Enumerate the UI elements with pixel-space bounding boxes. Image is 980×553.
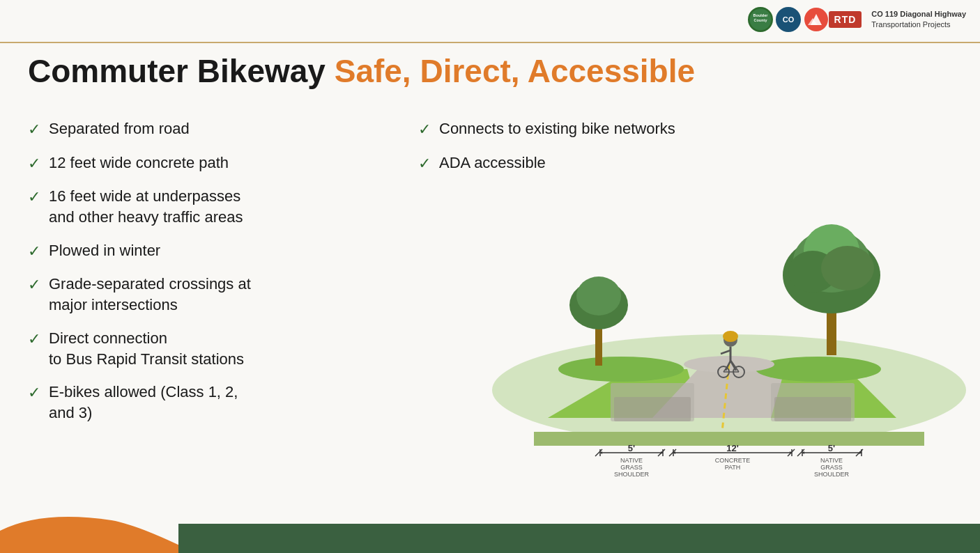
svg-point-15 [756,357,881,382]
page-title: Commuter Bikeway Safe, Direct, Accessibl… [28,52,695,91]
svg-text:5': 5' [828,443,835,453]
right-checkmark-2: ✓ [418,153,431,174]
bullet-5: ✓ Grade-separated crossings atmajor inte… [28,274,390,315]
footer-green-bar [178,524,980,553]
bullet-4: ✓ Plowed in winter [28,240,390,262]
right-bullet-text-1: Connects to existing bike networks [439,118,675,139]
bullet-text-1: Separated from road [49,118,190,139]
right-checkmark-1: ✓ [418,119,431,140]
checkmark-7: ✓ [28,382,40,403]
bullet-6: ✓ Direct connectionto Bus Rapid Transit … [28,328,390,369]
svg-text:CONCRETE: CONCRETE [715,457,751,464]
title-part2: Safe, Direct, Accessible [335,53,695,89]
logo-group: Boulder County CO RTD [748,7,862,32]
bullet-text-2: 12 feet wide concrete path [49,153,229,173]
svg-point-41 [576,276,621,316]
svg-text:PATH: PATH [725,464,741,471]
checkmark-3: ✓ [28,187,40,208]
bullet-text-4: Plowed in winter [49,240,160,261]
svg-text:5': 5' [628,443,635,453]
boulder-county-logo: Boulder County [748,7,773,32]
co-mountain-logo [804,7,829,32]
header-logos: Boulder County CO RTD CO 119 Diagonal Hi… [748,7,966,32]
svg-rect-19 [614,397,691,421]
svg-rect-21 [774,397,851,421]
svg-point-14 [558,357,684,382]
bullet-1: ✓ Separated from road [28,118,390,140]
bullet-7: ✓ E-bikes allowed (Class 1, 2,and 3) [28,382,390,423]
bikeway-illustration: 5' NATIVE GRASS SHOULDER 12' CONCRETE PA… [492,167,966,488]
checkmark-1: ✓ [28,119,40,140]
svg-text:NATIVE: NATIVE [620,457,643,464]
svg-text:County: County [753,18,767,22]
svg-text:CO: CO [782,15,794,24]
right-bullet-1: ✓ Connects to existing bike networks [418,118,952,140]
footer [0,511,980,553]
bullet-text-7: E-bikes allowed (Class 1, 2,and 3) [49,382,238,423]
checkmark-6: ✓ [28,329,40,350]
bullet-3: ✓ 16 feet wide at underpassesand other h… [28,186,390,227]
checkmark-5: ✓ [28,274,40,295]
colorado-logo: CO [776,7,801,32]
bullet-text-6: Direct connectionto Bus Rapid Transit st… [49,328,244,369]
footer-orange-shape [0,510,195,553]
svg-text:SHOULDER: SHOULDER [614,471,650,478]
svg-text:12': 12' [726,443,739,453]
right-top-bullet-list: ✓ Connects to existing bike networks ✓ A… [418,118,952,173]
svg-text:Boulder: Boulder [753,13,768,17]
project-title: CO 119 Diagonal Highway Transportation P… [871,9,966,31]
svg-point-38 [821,246,874,290]
bullet-text-5: Grade-separated crossings atmajor inters… [49,274,251,315]
svg-point-32 [723,331,738,342]
svg-text:GRASS: GRASS [820,464,843,471]
svg-text:SHOULDER: SHOULDER [814,471,850,478]
bullet-text-3: 16 feet wide at underpassesand other hea… [49,186,243,227]
checkmark-2: ✓ [28,153,40,174]
checkmark-4: ✓ [28,241,40,262]
svg-text:GRASS: GRASS [620,464,643,471]
rtd-logo: RTD [829,11,862,28]
title-part1: Commuter Bikeway [28,53,335,89]
illustration-svg: 5' NATIVE GRASS SHOULDER 12' CONCRETE PA… [492,167,966,488]
left-bullets: ✓ Separated from road ✓ 12 feet wide con… [28,118,390,497]
svg-text:NATIVE: NATIVE [820,457,843,464]
bullet-2: ✓ 12 feet wide concrete path [28,153,390,174]
top-divider [0,42,980,43]
